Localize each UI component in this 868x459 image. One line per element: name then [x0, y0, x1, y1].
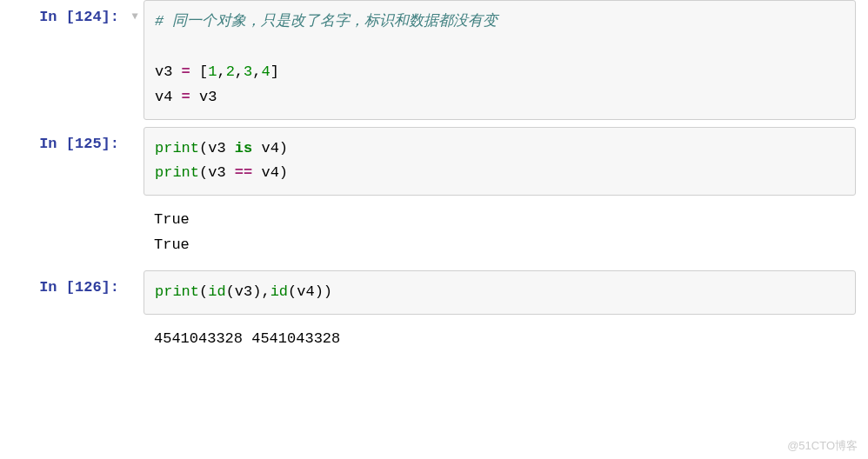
paren-close: ) — [279, 164, 288, 181]
code-cell-125: In [125]: print(v3 is v4) print(v3 == v4… — [0, 127, 868, 196]
paren-open: ( — [199, 140, 208, 156]
assign-op: = — [182, 63, 190, 80]
cell-collapser-spacer — [126, 203, 144, 213]
var-v4: v4 — [252, 164, 279, 181]
input-prompt-126: In [126]: — [0, 270, 126, 296]
output-prompt-125 — [0, 203, 126, 211]
builtin-print: print — [155, 283, 199, 300]
input-prompt-125: In [125]: — [0, 127, 126, 152]
paren-close: ) — [315, 283, 324, 300]
num-3: 3 — [244, 63, 252, 80]
var-v3: v3 — [235, 283, 252, 300]
assign-op: = — [182, 89, 190, 105]
builtin-print: print — [155, 164, 199, 181]
code-cell-124: In [124]: ▼ # 同一个对象，只是改了名字，标识和数据都没有变 v3 … — [0, 0, 868, 120]
code-input-126[interactable]: print(id(v3),id(v4)) — [144, 270, 856, 315]
keyword-is: is — [235, 140, 252, 156]
num-2: 2 — [226, 63, 235, 80]
code-cell-126: In [126]: print(id(v3),id(v4)) — [0, 270, 868, 315]
num-4: 4 — [261, 63, 270, 80]
var-v4: v4 — [297, 283, 314, 300]
paren-close: ) — [279, 140, 288, 156]
paren-open: ( — [199, 164, 208, 181]
output-text-125: True True — [144, 203, 856, 263]
var-v4: v4 — [252, 140, 279, 156]
comma: , — [217, 63, 225, 80]
code-input-125[interactable]: print(v3 is v4) print(v3 == v4) — [144, 127, 856, 196]
bracket-close: ] — [270, 63, 279, 80]
comment-text: # 同一个对象，只是改了名字，标识和数据都没有变 — [155, 13, 497, 30]
var-v4: v4 — [155, 89, 182, 105]
eq-op: == — [235, 164, 252, 181]
builtin-id: id — [208, 283, 225, 300]
output-prompt-126 — [0, 322, 126, 330]
cell-collapser-spacer — [126, 270, 144, 281]
code-input-124[interactable]: # 同一个对象，只是改了名字，标识和数据都没有变 v3 = [1,2,3,4] … — [144, 0, 856, 120]
num-1: 1 — [208, 63, 217, 80]
comma: , — [252, 63, 261, 80]
var-v3: v3 — [208, 164, 235, 181]
input-prompt-124: In [124]: — [0, 0, 126, 25]
paren-close: ) — [324, 283, 332, 300]
output-cell-126: 4541043328 4541043328 — [0, 322, 868, 357]
cell-collapser-spacer — [126, 127, 144, 137]
paren-close: ) — [252, 283, 261, 300]
cell-collapser-spacer — [126, 322, 144, 332]
output-text-126: 4541043328 4541043328 — [144, 322, 856, 357]
comma: , — [261, 283, 270, 300]
output-cell-125: True True — [0, 203, 868, 263]
comma: , — [235, 63, 244, 80]
paren-open: ( — [226, 283, 235, 300]
var-v3: v3 — [155, 63, 182, 80]
bracket-open: [ — [190, 63, 208, 80]
var-v3-ref: v3 — [190, 89, 217, 105]
builtin-id: id — [270, 283, 288, 300]
var-v3: v3 — [208, 140, 235, 156]
paren-open: ( — [288, 283, 297, 300]
paren-open: ( — [199, 283, 208, 300]
cell-collapser[interactable]: ▼ — [126, 0, 144, 23]
builtin-print: print — [155, 140, 199, 156]
